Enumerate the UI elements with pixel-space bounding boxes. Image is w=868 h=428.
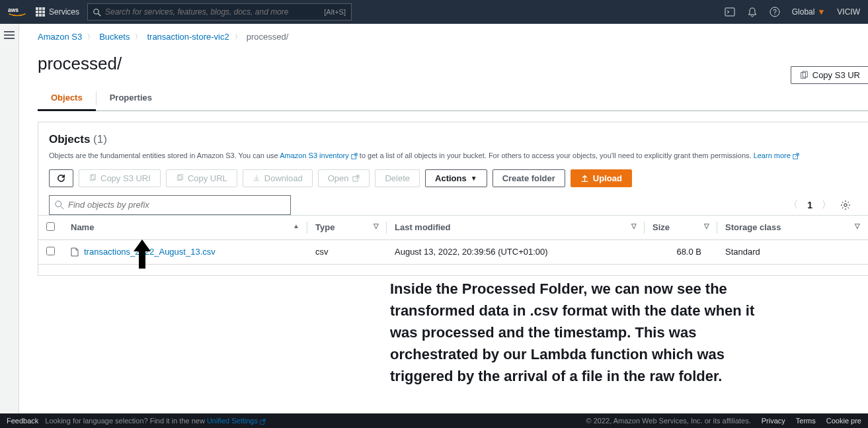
- object-size: 68.0 B: [645, 239, 717, 264]
- select-all-checkbox[interactable]: [46, 222, 55, 231]
- feedback-link[interactable]: Feedback: [7, 417, 38, 425]
- copy-icon: [799, 71, 809, 80]
- page-title: processed/: [38, 54, 868, 74]
- chevron-down-icon: ▼: [817, 7, 825, 17]
- services-menu[interactable]: Services: [36, 7, 79, 17]
- object-type: csv: [307, 239, 387, 264]
- tab-objects[interactable]: Objects: [38, 86, 96, 111]
- upload-button[interactable]: Upload: [571, 169, 632, 187]
- content-tabs: Objects Properties: [38, 86, 868, 111]
- search-input[interactable]: [105, 7, 324, 17]
- col-size[interactable]: Size: [652, 222, 670, 232]
- create-folder-button[interactable]: Create folder: [493, 169, 565, 187]
- sort-icon[interactable]: ▽: [631, 222, 637, 230]
- terms-link[interactable]: Terms: [796, 417, 816, 425]
- learn-more-link[interactable]: Learn more: [754, 151, 799, 159]
- search-shortcut: [Alt+S]: [324, 8, 346, 16]
- object-count: (1): [93, 133, 107, 146]
- refresh-button[interactable]: [49, 169, 73, 187]
- page-number: 1: [807, 200, 812, 210]
- refresh-icon: [56, 173, 66, 183]
- svg-text:aws: aws: [8, 7, 19, 13]
- external-link-icon: [351, 153, 358, 159]
- svg-line-19: [61, 206, 63, 208]
- account-menu[interactable]: VICIW: [837, 7, 860, 17]
- sort-icon[interactable]: ▽: [374, 222, 379, 230]
- top-navbar: aws Services [Alt+S] ? Global▼ VICIW: [0, 0, 868, 24]
- global-search[interactable]: [Alt+S]: [87, 3, 352, 21]
- breadcrumb: Amazon S3 〉 Buckets 〉 transaction-store-…: [38, 32, 868, 42]
- objects-toolbar: Copy S3 URI Copy URL Download Open Delet…: [49, 169, 857, 187]
- sidebar-toggle[interactable]: [4, 29, 15, 40]
- search-icon: [55, 200, 64, 210]
- svg-point-18: [56, 200, 61, 206]
- svg-point-20: [844, 204, 847, 206]
- chevron-right-icon: 〉: [135, 32, 141, 42]
- pagination: 〈 1 〉: [789, 199, 851, 211]
- table-row: transactions_2022_August_13.csv csv Augu…: [38, 239, 868, 264]
- svg-line-2: [99, 13, 101, 16]
- copy-icon: [176, 174, 184, 182]
- filter-input[interactable]: [68, 200, 285, 210]
- copy-url-button[interactable]: Copy URL: [166, 169, 237, 187]
- settings-icon[interactable]: [840, 199, 851, 210]
- external-link-icon: [352, 175, 360, 182]
- copy-uri-label: Copy S3 UR: [812, 70, 860, 80]
- sort-asc-icon[interactable]: ▲: [293, 222, 299, 230]
- next-page-button[interactable]: 〉: [822, 199, 831, 211]
- copyright: © 2022, Amazon Web Services, Inc. or its…: [586, 417, 751, 425]
- search-icon: [93, 7, 101, 17]
- aws-logo[interactable]: aws: [8, 6, 26, 18]
- svg-rect-3: [725, 8, 734, 16]
- col-last-modified[interactable]: Last modified: [395, 222, 451, 232]
- object-name-link[interactable]: transactions_2022_August_13.csv: [84, 247, 216, 257]
- tab-properties[interactable]: Properties: [97, 86, 165, 110]
- copy-s3-uri-button-top[interactable]: Copy S3 UR: [791, 66, 868, 84]
- col-storage-class[interactable]: Storage class: [725, 222, 781, 232]
- external-link-icon: [260, 419, 266, 425]
- col-name[interactable]: Name: [71, 222, 94, 232]
- unified-settings-link[interactable]: Unified Settings: [207, 417, 266, 425]
- cloudshell-icon[interactable]: [725, 7, 735, 17]
- page-footer: Feedback Looking for language selection?…: [0, 413, 868, 428]
- breadcrumb-root[interactable]: Amazon S3: [38, 32, 82, 42]
- notifications-icon[interactable]: [747, 7, 758, 17]
- download-icon: [253, 174, 260, 182]
- row-checkbox[interactable]: [46, 247, 55, 255]
- sort-icon[interactable]: ▽: [855, 222, 860, 230]
- download-button[interactable]: Download: [243, 169, 313, 187]
- chevron-right-icon: 〉: [235, 32, 241, 42]
- open-button[interactable]: Open: [318, 169, 370, 187]
- upload-icon: [580, 174, 589, 183]
- breadcrumb-current: processed/: [247, 32, 289, 42]
- breadcrumb-buckets[interactable]: Buckets: [99, 32, 130, 42]
- col-type[interactable]: Type: [315, 222, 335, 232]
- copy-icon: [89, 174, 97, 182]
- copy-s3-uri-button[interactable]: Copy S3 URI: [79, 169, 161, 187]
- inventory-link[interactable]: Amazon S3 inventory: [280, 151, 358, 159]
- region-label: Global: [792, 7, 815, 17]
- object-last-modified: August 13, 2022, 20:39:56 (UTC+01:00): [387, 239, 645, 264]
- privacy-link[interactable]: Privacy: [762, 417, 785, 425]
- panel-description: Objects are the fundamental entities sto…: [49, 150, 857, 161]
- lang-prompt: Looking for language selection? Find it …: [45, 417, 266, 425]
- actions-dropdown[interactable]: Actions▼: [425, 169, 487, 187]
- panel-title: Objects (1): [49, 133, 857, 146]
- filter-objects[interactable]: [49, 195, 291, 215]
- svg-point-1: [94, 9, 99, 15]
- chevron-right-icon: 〉: [87, 32, 94, 42]
- objects-table: Name▲ Type▽ Last modified▽ Size▽ Storage…: [38, 215, 868, 265]
- sort-icon[interactable]: ▽: [704, 222, 709, 230]
- help-icon[interactable]: ?: [769, 7, 780, 17]
- external-link-icon: [793, 153, 799, 159]
- svg-text:?: ?: [773, 9, 777, 16]
- breadcrumb-bucket[interactable]: transaction-store-vic2: [147, 32, 229, 42]
- prev-page-button[interactable]: 〈: [789, 199, 798, 211]
- cookies-link[interactable]: Cookie pre: [826, 417, 861, 425]
- objects-panel: Objects (1) Objects are the fundamental …: [38, 122, 868, 276]
- region-selector[interactable]: Global▼: [792, 7, 826, 17]
- delete-button[interactable]: Delete: [375, 169, 420, 187]
- file-icon: [71, 247, 79, 257]
- object-storage-class: Standard: [717, 239, 868, 264]
- chevron-down-icon: ▼: [471, 175, 477, 182]
